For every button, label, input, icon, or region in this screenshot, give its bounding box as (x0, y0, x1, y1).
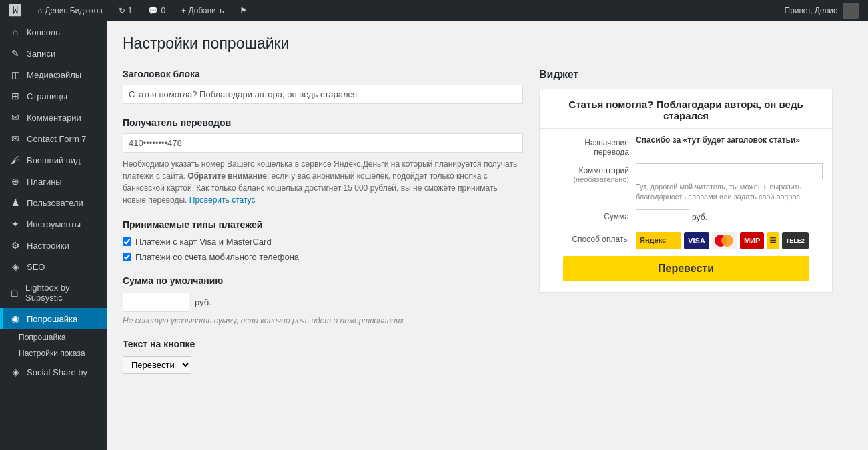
woocommerce-icon-link[interactable]: ⚑ (236, 0, 251, 21)
wp-logo-link[interactable]: 🆆 (5, 0, 25, 21)
button-text-row: Перевести (123, 356, 523, 374)
updates-link[interactable]: ↻ 1 (115, 0, 137, 21)
checkbox-mobile: Платежи со счета мобильного телефона (123, 252, 523, 262)
payment-icons-group: Яндекс ⚡ VISA МИР ≡ (636, 232, 823, 249)
widget-comment-value: Тут, дорогой мой читатель, ты можешь выр… (636, 163, 823, 203)
comments-sidebar-icon: ✉ (9, 112, 21, 123)
add-label: + Добавить (181, 6, 224, 15)
widget-payment-label: Способ оплаты (549, 232, 636, 244)
widget-payment-row: Способ оплаты Яндекс ⚡ VISA (549, 232, 823, 249)
plugins-icon: ⊕ (9, 176, 21, 187)
admin-bar: 🆆 ⌂ Денис Бидюков ↻ 1 💬 0 + Добавить ⚑ П… (0, 0, 868, 21)
widget-box: Статья помогла? Поблагодари автора, он в… (539, 89, 833, 293)
widget-amount-label: Сумма (549, 209, 636, 221)
sidebar-label-console: Консоль (27, 27, 60, 37)
settings-icon: ⚙ (9, 240, 21, 251)
widget-comment-row: Комментарий (необязательно) Тут, дорогой… (549, 163, 823, 203)
visa-mc-checkbox[interactable] (123, 237, 131, 246)
seo-icon: ◈ (9, 261, 21, 272)
widget-comment-hint: Тут, дорогой мой читатель, ты можешь выр… (636, 182, 823, 203)
site-name-link[interactable]: ⌂ Денис Бидюков (33, 0, 107, 21)
sidebar-item-comments[interactable]: ✉ Комментарии (0, 107, 107, 128)
posts-icon: ✎ (9, 48, 21, 59)
widget-section: Виджет Статья помогла? Поблагодари автор… (539, 69, 833, 293)
amount-row: руб. (123, 293, 523, 312)
mobile-checkbox[interactable] (123, 253, 131, 261)
sidebar-sub-poproshaika[interactable]: Попрошайка (0, 329, 107, 345)
mir-pay-icon[interactable]: МИР (740, 232, 764, 249)
console-icon: ⌂ (9, 27, 21, 37)
contact7-icon: ✉ (9, 133, 21, 144)
visa-mc-label[interactable]: Платежи с карт Visa и MasterCard (135, 237, 272, 247)
widget-comment-input[interactable] (636, 163, 823, 179)
sidebar-label-comments: Комментарии (27, 113, 81, 123)
sub-label-show-settings: Настройки показа (19, 349, 85, 358)
widget-amount-value: руб. (636, 209, 823, 225)
button-text-select[interactable]: Перевести (123, 356, 191, 374)
widget-purpose-text: Спасибо за «тут будет заголовок статьи» (636, 135, 800, 145)
payment-types-label: Принимаемые типы платежей (123, 219, 523, 230)
comments-link[interactable]: 💬 0 (144, 0, 169, 21)
widget-header-text: Статья помогла? Поблагодари автора, он в… (540, 89, 832, 128)
button-text-label: Текст на кнопке (123, 339, 523, 349)
appearance-icon: 🖌 (9, 155, 21, 165)
sidebar-item-social-share[interactable]: ◈ Social Share by (0, 361, 107, 383)
tele2-pay-icon[interactable]: TELE2 (782, 232, 809, 249)
sidebar-label-settings: Настройки (27, 241, 69, 251)
sidebar-label-users: Пользователи (27, 198, 83, 208)
sidebar-label-appearance: Внешний вид (27, 155, 81, 165)
receiver-input[interactable] (123, 133, 523, 153)
widget-purpose-row: Назначение перевода Спасибо за «тут буде… (549, 135, 823, 157)
block-header-input[interactable] (123, 85, 523, 104)
amount-input[interactable] (123, 293, 189, 312)
sidebar-item-poproshaika[interactable]: ◉ Попрошайка (0, 308, 107, 329)
social-share-icon: ◈ (9, 367, 21, 377)
checkbox-visa-mc: Платежи с карт Visa и MasterCard (123, 237, 523, 247)
sidebar-label-pages: Страницы (27, 91, 67, 101)
mastercard-pay-icon[interactable] (712, 232, 737, 249)
updates-icon: ↻ (119, 6, 125, 15)
sidebar-item-media[interactable]: ◫ Медиафайлы (0, 64, 107, 85)
comments-icon: 💬 (148, 6, 158, 15)
amount-currency: руб. (195, 297, 211, 307)
sidebar-item-seo[interactable]: ◈ SEO (0, 256, 107, 277)
sidebar-item-pages[interactable]: ⊞ Страницы (0, 85, 107, 107)
hint-bold: Обратите внимание (187, 171, 267, 181)
block-header-label: Заголовок блока (123, 69, 523, 79)
sidebar-item-contact7[interactable]: ✉ Contact Form 7 (0, 128, 107, 149)
sidebar-item-appearance[interactable]: 🖌 Внешний вид (0, 149, 107, 171)
sidebar-label-tools: Инструменты (27, 219, 81, 229)
payment-types-group: Принимаемые типы платежей Платежи с карт… (123, 219, 523, 262)
amount-hint: Не советую указывать сумму, если конечно… (123, 316, 523, 325)
poproshaika-icon: ◉ (9, 313, 21, 324)
main-content: Настройки попрошайки Заголовок блока Пол… (107, 21, 868, 450)
sidebar-item-plugins[interactable]: ⊕ Плагины (0, 171, 107, 192)
transfer-button[interactable]: Перевести (563, 256, 809, 281)
receiver-group: Получатель переводов Необходимо указать … (123, 117, 523, 206)
check-status-link[interactable]: Проверить статус (189, 195, 256, 205)
sidebar-item-posts[interactable]: ✎ Записи (0, 43, 107, 64)
home-icon: ⌂ (37, 6, 42, 15)
widget-payment-icons: Яндекс ⚡ VISA МИР ≡ (636, 232, 823, 249)
sidebar-item-console[interactable]: ⌂ Консоль (0, 21, 107, 43)
amount-currency-row: руб. (636, 209, 823, 225)
page-title: Настройки попрошайки (123, 35, 852, 53)
tools-icon: ✦ (9, 219, 21, 229)
widget-amount-input[interactable] (636, 209, 689, 225)
sidebar-item-tools[interactable]: ✦ Инструменты (0, 213, 107, 235)
sidebar-item-settings[interactable]: ⚙ Настройки (0, 235, 107, 256)
beeline-pay-icon[interactable]: ≡ (767, 232, 779, 249)
visa-pay-icon[interactable]: VISA (684, 232, 709, 249)
greeting[interactable]: Привет, Денис (781, 0, 863, 21)
add-new-link[interactable]: + Добавить (177, 0, 228, 21)
sidebar-item-lightbox[interactable]: ◻ Lightbox by Supsystic (0, 277, 107, 308)
sidebar-label-seo: SEO (27, 262, 45, 272)
sidebar-item-users[interactable]: ♟ Пользователи (0, 192, 107, 213)
mobile-label[interactable]: Платежи со счета мобильного телефона (135, 252, 299, 262)
site-name: Денис Бидюков (45, 6, 102, 15)
users-icon: ♟ (9, 197, 21, 208)
yandex-pay-icon[interactable]: Яндекс ⚡ (636, 232, 681, 249)
sidebar-sub-show-settings[interactable]: Настройки показа (0, 345, 107, 361)
avatar-icon (843, 3, 859, 19)
greeting-text: Привет, Денис (785, 6, 837, 15)
